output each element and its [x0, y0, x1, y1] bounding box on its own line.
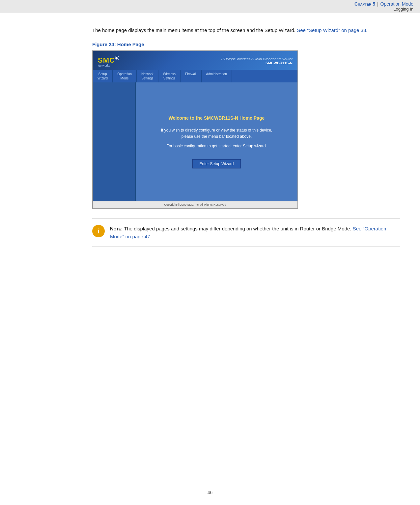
- intro-text: The home page displays the main menu ite…: [92, 27, 297, 33]
- smc-text: SMC: [98, 56, 115, 64]
- smc-logo: SMC®: [98, 54, 120, 65]
- intro-paragraph: The home page displays the main menu ite…: [92, 26, 400, 34]
- figure-title: Figure 24: Home Page: [92, 42, 400, 47]
- header-top-line: Chapter 5 | Operation Mode: [354, 1, 413, 7]
- router-nav: SetupWizard OperationMode NetworkSetting…: [93, 70, 297, 82]
- registered-symbol: ®: [115, 54, 120, 61]
- router-model: SMCWBR11S-N: [221, 61, 293, 65]
- router-main-content: Welcome to the SMCWBR11S-N Home Page If …: [136, 82, 297, 201]
- enter-setup-wizard-button[interactable]: Enter Setup Wizard: [192, 159, 240, 168]
- router-footer: Copyright ©2009 SMC Inc. All Rights Rese…: [93, 201, 297, 208]
- nav-wireless-settings[interactable]: WirelessSettings: [158, 70, 181, 82]
- router-product-name: 150Mbps Wireless-N Mini Broadband Router: [221, 57, 293, 61]
- nav-administration[interactable]: Administration: [202, 70, 232, 82]
- router-sidebar: [93, 82, 136, 201]
- nav-operation-mode[interactable]: OperationMode: [113, 70, 137, 82]
- nav-setup-wizard[interactable]: SetupWizard: [93, 70, 113, 82]
- router-header: SMC® Networks 150Mbps Wireless-N Mini Br…: [93, 51, 297, 70]
- router-model-area: 150Mbps Wireless-N Mini Broadband Router…: [221, 57, 293, 65]
- nav-firewall[interactable]: Firewall: [181, 70, 201, 82]
- note-text: Note: The displayed pages and settings m…: [110, 225, 400, 241]
- page-footer: – 46 –: [0, 490, 420, 495]
- nav-network-settings[interactable]: NetworkSettings: [137, 70, 158, 82]
- chapter-label: Chapter 5: [354, 1, 375, 7]
- note-container: i Note: The displayed pages and settings…: [92, 219, 400, 247]
- welcome-text-2: For basic configuration to get started, …: [166, 143, 267, 149]
- note-label: Note:: [110, 226, 123, 231]
- smc-tagline: Networks: [98, 64, 120, 67]
- welcome-title: Welcome to the SMCWBR11S-N Home Page: [169, 115, 265, 121]
- header-subtitle: Logging In: [393, 7, 413, 12]
- setup-wizard-link[interactable]: See “Setup Wizard” on page 33.: [297, 27, 367, 33]
- smc-logo-area: SMC® Networks: [98, 54, 120, 67]
- router-screenshot: SMC® Networks 150Mbps Wireless-N Mini Br…: [92, 50, 298, 209]
- operation-mode-link[interactable]: Operation Mode: [380, 1, 413, 7]
- welcome-text-1: If you wish to directly configure or vie…: [161, 127, 272, 140]
- info-icon: i: [92, 225, 105, 237]
- header-bar: Chapter 5 | Operation Mode Logging In: [0, 0, 420, 13]
- main-content: The home page displays the main menu ite…: [0, 13, 420, 267]
- note-body: The displayed pages and settings may dif…: [123, 226, 352, 231]
- header-pipe: |: [377, 1, 378, 7]
- router-body: Welcome to the SMCWBR11S-N Home Page If …: [93, 82, 297, 201]
